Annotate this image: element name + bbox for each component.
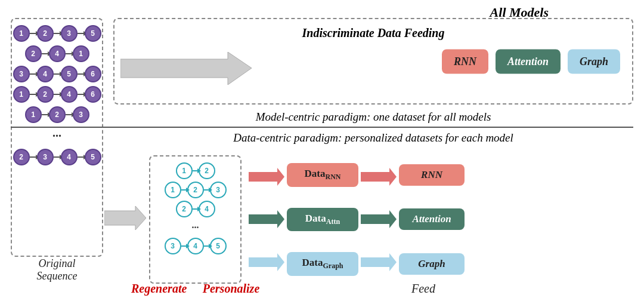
regen-ellipsis: ··· — [192, 222, 199, 233]
svg-marker-7 — [361, 210, 397, 228]
teal-node: 3 — [210, 182, 227, 198]
node: 1 — [13, 86, 30, 103]
seq-row-2: 2 4 1 — [25, 45, 89, 62]
node-arrow — [78, 73, 85, 75]
teal-node: 1 — [176, 162, 193, 179]
teal-node: 1 — [165, 182, 181, 198]
graph-arrow-2 — [361, 253, 397, 271]
node: 2 — [49, 106, 66, 123]
svg-marker-4 — [249, 210, 284, 228]
teal-node: 3 — [165, 238, 181, 254]
rnn-model-box: RNN — [442, 49, 488, 73]
teal-arrow — [193, 208, 199, 210]
node: 1 — [13, 25, 30, 42]
svg-marker-6 — [361, 168, 397, 186]
node-arrow — [54, 33, 61, 34]
data-rnn-box: DataRNN — [287, 163, 358, 186]
node-arrow — [30, 33, 37, 34]
final-attention-box: Attention — [399, 208, 465, 230]
node: 3 — [73, 106, 89, 123]
data-centric-label: Data-centric paradigm: personalized data… — [113, 131, 633, 145]
feed-label: Feed — [394, 282, 453, 296]
seq-row-6: 2 3 4 5 — [13, 149, 101, 165]
node: 1 — [73, 45, 89, 62]
node: 4 — [49, 45, 66, 62]
node-arrow — [42, 53, 49, 54]
arrows-to-data — [249, 155, 284, 284]
bottom-section: 1 2 1 2 3 2 4 ··· 3 — [149, 152, 633, 287]
node-arrow — [78, 156, 85, 158]
indiscriminate-label: Indiscriminate Data Feeding — [302, 26, 445, 40]
attn-arrow-2 — [361, 210, 397, 228]
node-arrow — [66, 53, 73, 54]
rnn-arrow-1 — [249, 168, 284, 186]
original-sequence-label: OriginalSequence — [37, 257, 78, 282]
teal-arrow — [193, 170, 199, 171]
teal-node: 4 — [199, 201, 215, 217]
regen-row-2: 1 2 3 — [165, 182, 227, 198]
node: 4 — [37, 66, 54, 82]
original-sequence-box: 1 2 3 5 2 4 1 3 4 5 6 1 — [11, 18, 103, 257]
svg-marker-1 — [120, 52, 252, 85]
node-arrow — [30, 156, 37, 158]
node-arrow — [42, 114, 49, 115]
seq-row-1: 1 2 3 5 — [13, 25, 101, 42]
node: 5 — [85, 149, 101, 165]
node: 3 — [37, 149, 54, 165]
svg-marker-2 — [104, 206, 146, 230]
attn-arrow-1 — [249, 210, 284, 228]
svg-marker-8 — [361, 253, 397, 271]
divider — [11, 127, 633, 128]
node: 3 — [13, 66, 30, 82]
personalize-label: Personalize — [185, 282, 277, 296]
node: 5 — [61, 66, 78, 82]
svg-marker-5 — [249, 253, 284, 271]
teal-node: 2 — [187, 182, 204, 198]
node: 6 — [85, 66, 101, 82]
teal-node: 2 — [176, 201, 193, 217]
final-rnn-box: RNN — [399, 164, 465, 186]
node-arrow — [54, 94, 61, 95]
regen-row-4: 3 4 5 — [165, 238, 227, 254]
node: 6 — [85, 86, 101, 103]
teal-arrow — [204, 189, 210, 191]
regen-sequences-box: 1 2 1 2 3 2 4 ··· 3 — [149, 155, 242, 284]
node: 2 — [13, 149, 30, 165]
node-arrow — [54, 156, 61, 158]
small-gray-arrow — [104, 206, 146, 230]
regen-row-3: 2 4 — [176, 201, 215, 217]
teal-arrow — [181, 245, 187, 247]
node: 4 — [61, 149, 78, 165]
seq-row-4: 1 2 4 6 — [13, 86, 101, 103]
data-attn-box: DataAttn — [287, 208, 358, 231]
node-arrow — [66, 114, 73, 115]
top-model-boxes: RNN Attention Graph — [442, 49, 620, 73]
main-diagram: All Models 1 2 3 5 2 4 1 3 4 5 — [0, 0, 644, 304]
teal-node: 2 — [199, 162, 215, 179]
node: 2 — [25, 45, 42, 62]
node: 2 — [37, 25, 54, 42]
node: 1 — [25, 106, 42, 123]
seq-row-3: 3 4 5 6 — [13, 66, 101, 82]
node: 5 — [85, 25, 101, 42]
rnn-arrow-2 — [361, 168, 397, 186]
attention-model-box: Attention — [496, 49, 561, 73]
seq-row-5: 1 2 3 — [25, 106, 89, 123]
big-gray-arrow — [120, 52, 252, 85]
node-arrow — [78, 33, 85, 34]
ellipsis: ··· — [52, 129, 61, 143]
final-graph-box: Graph — [399, 253, 465, 275]
graph-arrow-1 — [249, 253, 284, 271]
node-arrow — [54, 73, 61, 75]
teal-node: 4 — [187, 238, 204, 254]
teal-arrow — [204, 245, 210, 247]
regen-row-1: 1 2 — [176, 162, 215, 179]
model-centric-label: Model-centric paradigm: one dataset for … — [113, 110, 633, 124]
teal-arrow — [181, 189, 187, 191]
node-arrow — [78, 94, 85, 95]
node-arrow — [30, 94, 37, 95]
svg-marker-3 — [249, 168, 284, 186]
data-boxes: DataRNN DataAttn DataGraph — [287, 155, 358, 284]
graph-model-box: Graph — [568, 49, 620, 73]
data-graph-box: DataGraph — [287, 252, 358, 275]
